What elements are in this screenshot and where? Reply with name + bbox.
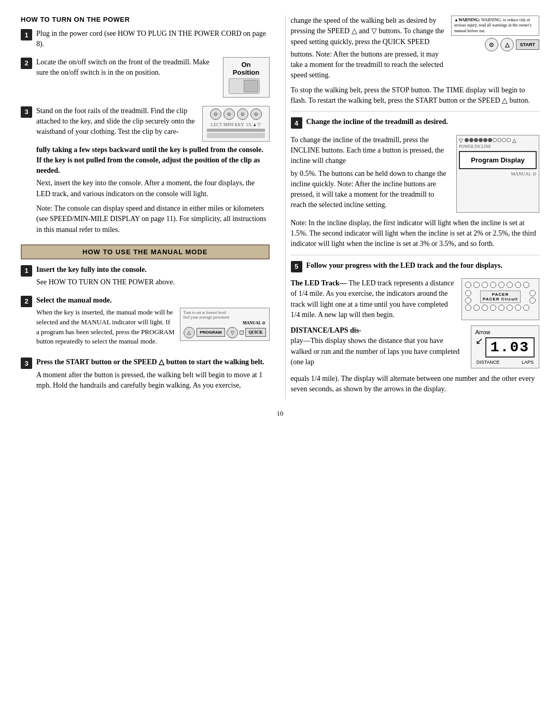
manual-label-display: MANUAL ⊙	[459, 171, 537, 176]
step1-text: Plug in the power cord (see HOW TO PLUG …	[36, 29, 270, 50]
led-d7	[515, 282, 521, 288]
dot6	[488, 138, 492, 142]
dot3	[474, 138, 478, 142]
led-b7	[515, 305, 521, 311]
arrow-number-row: ↙ 1.03	[475, 336, 535, 359]
program-display-box: Program Display	[459, 151, 537, 169]
on-position-box: OnPosition	[223, 57, 270, 98]
program-btn[interactable]: PROGRAM	[197, 328, 226, 337]
step5-content: Follow your progress with the LED track …	[306, 260, 540, 273]
manual-step3: 3 Press the START button or the SPEED △ …	[21, 357, 270, 393]
led-b3	[482, 305, 488, 311]
distance-detail-text: play—This display shows the distance tha…	[291, 337, 460, 366]
led-track-graphic: PACER PACER Circuit	[461, 278, 539, 320]
pacer-line2: PACER Circuit	[483, 297, 518, 301]
distance-number: 1.03	[485, 337, 535, 358]
distance-display-box: Arrow ↙ 1.03 DISTANCE LAPS	[471, 325, 539, 368]
led-right2	[529, 297, 536, 304]
console-row1: LECT MPH KEY 1A ▲▽	[205, 122, 267, 127]
led-d5	[498, 282, 505, 288]
incline-text: To change the incline of the treadmill, …	[291, 135, 452, 213]
step1-power: 1 Plug in the power cord (see HOW TO PLU…	[21, 29, 270, 52]
range-label: 1A ▲▽	[246, 122, 261, 127]
start-btn[interactable]: START	[516, 39, 539, 50]
step3-power: 3 Stand on the foot rails of the treadmi…	[21, 106, 270, 237]
manual-step3-detail: A moment after the button is pressed, th…	[36, 370, 270, 391]
led-right-dots	[529, 290, 536, 304]
dot7	[493, 138, 497, 142]
incline-section: To change the incline of the treadmill, …	[291, 135, 540, 213]
led-d1	[465, 282, 471, 288]
led-track-section: The LED Track— The LED track represents …	[291, 278, 540, 320]
on-position-label: OnPosition	[229, 61, 264, 76]
led-left2	[465, 297, 471, 304]
distance-detail: DISTANCE/LAPS dis-play—This display show…	[291, 325, 466, 367]
led-left-dots	[465, 290, 471, 304]
incline-arrow: ▽	[459, 138, 463, 143]
console-circles: ⊙ ⊙ ⊙ ⊙	[205, 108, 267, 120]
led-title-bold: The LED Track—	[291, 279, 347, 287]
manual-step1-text: Insert the key fully into the console.	[36, 265, 270, 275]
divider1	[291, 111, 540, 112]
led-d3	[482, 282, 488, 288]
main-content: HOW TO TURN ON THE POWER 1 Plug in the p…	[21, 16, 539, 399]
dot4	[479, 138, 483, 142]
distance-section: DISTANCE/LAPS dis-play—This display show…	[291, 325, 540, 368]
console-key-slot	[207, 133, 265, 138]
step3-note: Note: The console can display speed and …	[36, 203, 270, 235]
manual-console-box: Turn to set at lowest levelfeel your ave…	[180, 308, 270, 341]
manual-btn-row: △ PROGRAM ▽ QUICK	[184, 327, 266, 338]
manual-step2-content: Select the manual mode. When the key is …	[36, 295, 270, 352]
program-display-label: Program Display	[471, 156, 524, 164]
led-d8	[523, 282, 529, 288]
step4-incline: 4 Change the incline of the treadmill as…	[291, 117, 540, 129]
manual-step3-content: Press the START button or the SPEED △ bu…	[36, 357, 270, 393]
right-top-row: change the speed of the walking belt as …	[291, 16, 540, 81]
dot5	[483, 138, 487, 142]
led-b4	[490, 305, 496, 311]
manual-step1-subtext: See HOW TO TURN ON THE POWER above.	[36, 277, 270, 287]
divider2	[291, 255, 540, 255]
manual-step2: 2 Select the manual mode. When the key i…	[21, 295, 270, 352]
distance-title-bold: DISTANCE/LAPS dis-	[291, 326, 361, 334]
led-b2	[473, 305, 480, 311]
speed-controls: ⊙ △ START	[485, 38, 539, 51]
select-mph-label: LECT MPH KEY	[211, 122, 244, 127]
dot1	[465, 138, 469, 142]
pacer-badge: PACER PACER Circuit	[480, 291, 521, 303]
step4-content: Change the incline of the treadmill as d…	[306, 117, 540, 129]
left-column: HOW TO TURN ON THE POWER 1 Plug in the p…	[21, 16, 275, 399]
console-graphic: ⊙ ⊙ ⊙ ⊙ LECT MPH KEY 1A ▲▽	[202, 106, 270, 142]
incline-note: Note: In the incline display, the first …	[291, 218, 540, 250]
incline-arrow-up: △	[512, 138, 516, 143]
incline-display-box: ▽ △	[456, 135, 539, 213]
step2-number: 2	[21, 58, 32, 69]
section1-title: HOW TO TURN ON THE POWER	[21, 16, 270, 23]
step4-number: 4	[291, 117, 302, 129]
step1-content: Plug in the power cord (see HOW TO PLUG …	[36, 29, 270, 52]
step2-text: Locate the on/off switch on the front of…	[36, 57, 218, 78]
led-b6	[507, 305, 513, 311]
speed-circle-1[interactable]: ⊙	[485, 38, 498, 51]
incline-detail2: by 0.5%. The buttons can be held down to…	[291, 169, 452, 211]
step5-title: Follow your progress with the LED track …	[306, 260, 540, 271]
manual-console-top-text: Turn to set at lowest levelfeel your ave…	[184, 310, 266, 320]
warning-box: ▲WARNING: WARNING: to reduce risk of ser…	[451, 16, 539, 36]
manual-step2-detail: When the key is inserted, the manual mod…	[36, 308, 175, 347]
step2-content: Locate the on/off switch on the front of…	[36, 57, 270, 101]
led-top-dots	[465, 282, 536, 288]
manual-step3-text: Press the START button or the SPEED △ bu…	[36, 357, 270, 367]
up-triangle-btn[interactable]: △	[184, 327, 195, 338]
manual-step2-number: 2	[21, 296, 32, 307]
switch-graphic	[229, 78, 260, 94]
step3-number: 3	[21, 106, 32, 118]
manual-step3-number: 3	[21, 358, 32, 369]
speed-up-btn[interactable]: △	[500, 38, 514, 51]
dot8	[497, 138, 501, 142]
down-triangle-btn[interactable]: ▽	[227, 327, 238, 338]
arrow-label: Arrow	[475, 329, 535, 335]
manual-label: MANUAL ⊙	[243, 321, 266, 325]
step5-led: 5 Follow your progress with the LED trac…	[291, 260, 540, 273]
manual-text: MANUAL	[511, 171, 531, 176]
quick-btn[interactable]: QUICK	[245, 328, 265, 337]
